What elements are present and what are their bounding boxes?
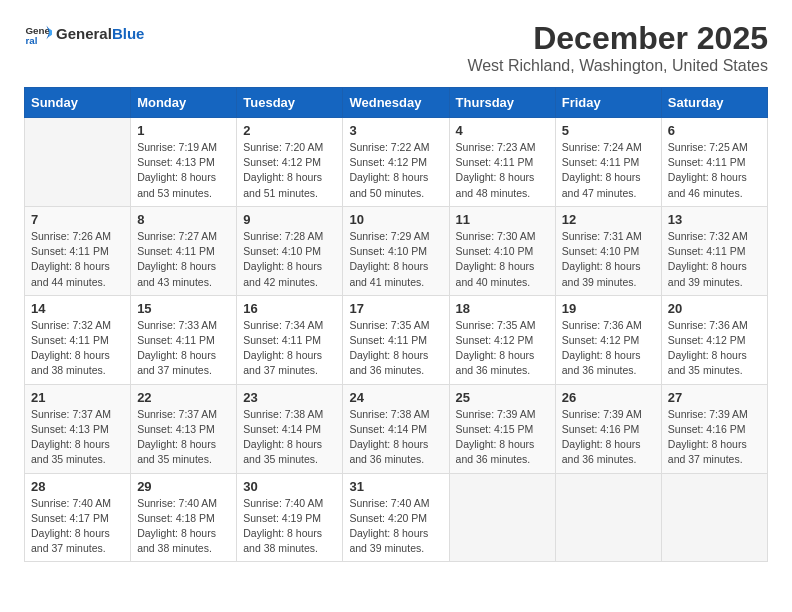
day-number: 27 — [668, 390, 761, 405]
day-number: 6 — [668, 123, 761, 138]
day-info: Sunrise: 7:19 AM Sunset: 4:13 PM Dayligh… — [137, 140, 230, 201]
day-info: Sunrise: 7:23 AM Sunset: 4:11 PM Dayligh… — [456, 140, 549, 201]
day-info: Sunrise: 7:30 AM Sunset: 4:10 PM Dayligh… — [456, 229, 549, 290]
col-header-sunday: Sunday — [25, 88, 131, 118]
calendar-table: SundayMondayTuesdayWednesdayThursdayFrid… — [24, 87, 768, 562]
day-info: Sunrise: 7:33 AM Sunset: 4:11 PM Dayligh… — [137, 318, 230, 379]
day-info: Sunrise: 7:38 AM Sunset: 4:14 PM Dayligh… — [349, 407, 442, 468]
day-info: Sunrise: 7:40 AM Sunset: 4:17 PM Dayligh… — [31, 496, 124, 557]
day-number: 11 — [456, 212, 549, 227]
calendar-cell: 5Sunrise: 7:24 AM Sunset: 4:11 PM Daylig… — [555, 118, 661, 207]
day-info: Sunrise: 7:20 AM Sunset: 4:12 PM Dayligh… — [243, 140, 336, 201]
day-info: Sunrise: 7:25 AM Sunset: 4:11 PM Dayligh… — [668, 140, 761, 201]
location-title: West Richland, Washington, United States — [467, 57, 768, 75]
calendar-cell: 30Sunrise: 7:40 AM Sunset: 4:19 PM Dayli… — [237, 473, 343, 562]
calendar-cell: 11Sunrise: 7:30 AM Sunset: 4:10 PM Dayli… — [449, 206, 555, 295]
logo-text-group: GeneralBlue — [56, 26, 144, 43]
day-number: 18 — [456, 301, 549, 316]
col-header-wednesday: Wednesday — [343, 88, 449, 118]
calendar-cell: 3Sunrise: 7:22 AM Sunset: 4:12 PM Daylig… — [343, 118, 449, 207]
title-area: December 2025 West Richland, Washington,… — [467, 20, 768, 75]
day-info: Sunrise: 7:32 AM Sunset: 4:11 PM Dayligh… — [668, 229, 761, 290]
day-number: 9 — [243, 212, 336, 227]
calendar-cell: 22Sunrise: 7:37 AM Sunset: 4:13 PM Dayli… — [131, 384, 237, 473]
day-number: 20 — [668, 301, 761, 316]
day-info: Sunrise: 7:36 AM Sunset: 4:12 PM Dayligh… — [668, 318, 761, 379]
day-number: 22 — [137, 390, 230, 405]
calendar-cell: 20Sunrise: 7:36 AM Sunset: 4:12 PM Dayli… — [661, 295, 767, 384]
day-number: 25 — [456, 390, 549, 405]
day-info: Sunrise: 7:27 AM Sunset: 4:11 PM Dayligh… — [137, 229, 230, 290]
logo: Gene ral GeneralBlue — [24, 20, 144, 48]
day-number: 15 — [137, 301, 230, 316]
calendar-cell: 9Sunrise: 7:28 AM Sunset: 4:10 PM Daylig… — [237, 206, 343, 295]
svg-marker-3 — [49, 28, 52, 36]
day-info: Sunrise: 7:26 AM Sunset: 4:11 PM Dayligh… — [31, 229, 124, 290]
calendar-cell: 16Sunrise: 7:34 AM Sunset: 4:11 PM Dayli… — [237, 295, 343, 384]
day-info: Sunrise: 7:24 AM Sunset: 4:11 PM Dayligh… — [562, 140, 655, 201]
calendar-cell: 15Sunrise: 7:33 AM Sunset: 4:11 PM Dayli… — [131, 295, 237, 384]
calendar-cell: 4Sunrise: 7:23 AM Sunset: 4:11 PM Daylig… — [449, 118, 555, 207]
day-number: 4 — [456, 123, 549, 138]
calendar-cell: 29Sunrise: 7:40 AM Sunset: 4:18 PM Dayli… — [131, 473, 237, 562]
day-info: Sunrise: 7:28 AM Sunset: 4:10 PM Dayligh… — [243, 229, 336, 290]
calendar-cell: 13Sunrise: 7:32 AM Sunset: 4:11 PM Dayli… — [661, 206, 767, 295]
day-info: Sunrise: 7:35 AM Sunset: 4:12 PM Dayligh… — [456, 318, 549, 379]
col-header-monday: Monday — [131, 88, 237, 118]
logo-general: General — [56, 25, 112, 42]
calendar-cell — [555, 473, 661, 562]
calendar-cell: 12Sunrise: 7:31 AM Sunset: 4:10 PM Dayli… — [555, 206, 661, 295]
day-info: Sunrise: 7:39 AM Sunset: 4:15 PM Dayligh… — [456, 407, 549, 468]
day-number: 13 — [668, 212, 761, 227]
day-number: 3 — [349, 123, 442, 138]
day-info: Sunrise: 7:39 AM Sunset: 4:16 PM Dayligh… — [668, 407, 761, 468]
day-number: 31 — [349, 479, 442, 494]
day-info: Sunrise: 7:22 AM Sunset: 4:12 PM Dayligh… — [349, 140, 442, 201]
day-number: 5 — [562, 123, 655, 138]
day-number: 2 — [243, 123, 336, 138]
day-number: 17 — [349, 301, 442, 316]
day-info: Sunrise: 7:37 AM Sunset: 4:13 PM Dayligh… — [31, 407, 124, 468]
calendar-cell: 25Sunrise: 7:39 AM Sunset: 4:15 PM Dayli… — [449, 384, 555, 473]
calendar-cell — [25, 118, 131, 207]
day-info: Sunrise: 7:40 AM Sunset: 4:20 PM Dayligh… — [349, 496, 442, 557]
day-info: Sunrise: 7:36 AM Sunset: 4:12 PM Dayligh… — [562, 318, 655, 379]
calendar-cell: 10Sunrise: 7:29 AM Sunset: 4:10 PM Dayli… — [343, 206, 449, 295]
calendar-cell: 17Sunrise: 7:35 AM Sunset: 4:11 PM Dayli… — [343, 295, 449, 384]
day-info: Sunrise: 7:39 AM Sunset: 4:16 PM Dayligh… — [562, 407, 655, 468]
day-info: Sunrise: 7:31 AM Sunset: 4:10 PM Dayligh… — [562, 229, 655, 290]
day-info: Sunrise: 7:29 AM Sunset: 4:10 PM Dayligh… — [349, 229, 442, 290]
calendar-cell: 8Sunrise: 7:27 AM Sunset: 4:11 PM Daylig… — [131, 206, 237, 295]
day-number: 1 — [137, 123, 230, 138]
day-number: 21 — [31, 390, 124, 405]
day-number: 10 — [349, 212, 442, 227]
day-number: 8 — [137, 212, 230, 227]
day-info: Sunrise: 7:37 AM Sunset: 4:13 PM Dayligh… — [137, 407, 230, 468]
day-number: 29 — [137, 479, 230, 494]
calendar-cell: 18Sunrise: 7:35 AM Sunset: 4:12 PM Dayli… — [449, 295, 555, 384]
calendar-cell: 2Sunrise: 7:20 AM Sunset: 4:12 PM Daylig… — [237, 118, 343, 207]
svg-text:ral: ral — [25, 35, 37, 46]
logo-blue: Blue — [112, 25, 145, 42]
day-info: Sunrise: 7:35 AM Sunset: 4:11 PM Dayligh… — [349, 318, 442, 379]
day-number: 19 — [562, 301, 655, 316]
day-info: Sunrise: 7:40 AM Sunset: 4:19 PM Dayligh… — [243, 496, 336, 557]
day-info: Sunrise: 7:40 AM Sunset: 4:18 PM Dayligh… — [137, 496, 230, 557]
day-number: 14 — [31, 301, 124, 316]
calendar-cell — [449, 473, 555, 562]
calendar-cell: 6Sunrise: 7:25 AM Sunset: 4:11 PM Daylig… — [661, 118, 767, 207]
calendar-cell: 14Sunrise: 7:32 AM Sunset: 4:11 PM Dayli… — [25, 295, 131, 384]
day-info: Sunrise: 7:32 AM Sunset: 4:11 PM Dayligh… — [31, 318, 124, 379]
month-title: December 2025 — [467, 20, 768, 57]
calendar-cell: 21Sunrise: 7:37 AM Sunset: 4:13 PM Dayli… — [25, 384, 131, 473]
calendar-cell: 26Sunrise: 7:39 AM Sunset: 4:16 PM Dayli… — [555, 384, 661, 473]
day-number: 28 — [31, 479, 124, 494]
col-header-tuesday: Tuesday — [237, 88, 343, 118]
day-number: 12 — [562, 212, 655, 227]
day-number: 26 — [562, 390, 655, 405]
day-number: 16 — [243, 301, 336, 316]
calendar-cell: 23Sunrise: 7:38 AM Sunset: 4:14 PM Dayli… — [237, 384, 343, 473]
calendar-cell: 24Sunrise: 7:38 AM Sunset: 4:14 PM Dayli… — [343, 384, 449, 473]
day-number: 30 — [243, 479, 336, 494]
calendar-cell: 27Sunrise: 7:39 AM Sunset: 4:16 PM Dayli… — [661, 384, 767, 473]
